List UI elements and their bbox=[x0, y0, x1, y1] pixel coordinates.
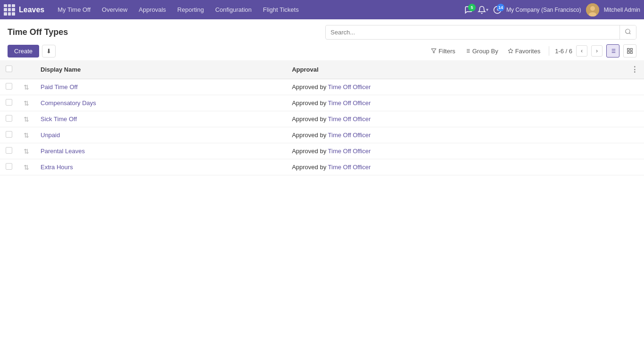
svg-marker-13 bbox=[508, 49, 513, 53]
header-approval[interactable]: Approval bbox=[286, 60, 625, 79]
table-container: Display Name Approval ⋮ ⇅ Paid Time Off … bbox=[0, 60, 644, 175]
group-by-label: Group By bbox=[472, 48, 498, 55]
messages-button[interactable]: 5 bbox=[464, 6, 473, 14]
column-options-icon[interactable]: ⋮ bbox=[631, 66, 638, 74]
svg-rect-22 bbox=[630, 51, 632, 53]
row-checkbox-0[interactable] bbox=[6, 83, 12, 90]
company-name: My Company (San Francisco) bbox=[506, 7, 581, 13]
row-name-5: Extra Hours bbox=[35, 159, 286, 175]
drag-icon: ⇅ bbox=[24, 148, 29, 155]
svg-rect-20 bbox=[627, 49, 629, 50]
notifications-button[interactable]: ▾ bbox=[478, 6, 488, 14]
drag-icon: ⇅ bbox=[24, 99, 29, 107]
svg-point-2 bbox=[590, 6, 595, 11]
row-drag-handle[interactable]: ⇅ bbox=[18, 79, 35, 95]
row-name-3: Unpaid bbox=[35, 127, 286, 143]
search-container bbox=[325, 25, 636, 40]
drag-icon: ⇅ bbox=[24, 115, 29, 123]
drag-icon: ⇅ bbox=[24, 132, 29, 139]
app-brand: Leaves bbox=[19, 6, 44, 14]
row-drag-handle[interactable]: ⇅ bbox=[18, 143, 35, 159]
time-off-types-table: Display Name Approval ⋮ ⇅ Paid Time Off … bbox=[0, 60, 644, 175]
row-drag-handle[interactable]: ⇅ bbox=[18, 127, 35, 143]
header-display-name[interactable]: Display Name bbox=[35, 60, 286, 79]
view-list-button[interactable] bbox=[606, 44, 619, 58]
officer-link-2[interactable]: Time Off Officer bbox=[328, 115, 371, 123]
row-name-link-5[interactable]: Extra Hours bbox=[41, 164, 73, 171]
row-checkbox-cell bbox=[0, 111, 18, 127]
favorites-button[interactable]: Favorites bbox=[505, 46, 543, 57]
row-name-2: Sick Time Off bbox=[35, 111, 286, 127]
header-drag-cell bbox=[18, 60, 35, 79]
user-name: Mitchell Admin bbox=[604, 7, 640, 13]
search-input[interactable] bbox=[326, 26, 619, 39]
row-checkbox-cell bbox=[0, 79, 18, 95]
officer-link-3[interactable]: Time Off Officer bbox=[328, 132, 371, 139]
topbar-right: 5 ▾ 14 My Company (San Francisco) Mitche… bbox=[464, 3, 640, 16]
row-approval-2: Approved by Time Off Officer bbox=[286, 111, 625, 127]
row-approval-5: Approved by Time Off Officer bbox=[286, 159, 625, 175]
svg-point-4 bbox=[626, 29, 630, 33]
user-avatar[interactable] bbox=[586, 3, 599, 16]
row-drag-handle[interactable]: ⇅ bbox=[18, 95, 35, 111]
row-drag-handle[interactable]: ⇅ bbox=[18, 111, 35, 127]
row-checkbox-1[interactable] bbox=[6, 99, 12, 106]
svg-rect-23 bbox=[627, 51, 629, 53]
row-more-4 bbox=[625, 143, 644, 159]
nav-flight-tickets[interactable]: Flight Tickets bbox=[257, 0, 305, 19]
download-icon: ⬇ bbox=[46, 48, 51, 55]
svg-marker-6 bbox=[431, 49, 436, 53]
pagination-info: 1-6 / 6 bbox=[555, 48, 572, 55]
filters-label: Filters bbox=[438, 48, 455, 55]
search-button[interactable] bbox=[619, 25, 636, 39]
row-more-2 bbox=[625, 111, 644, 127]
row-name-link-4[interactable]: Parental Leaves bbox=[41, 148, 85, 155]
activity-badge: 14 bbox=[497, 4, 504, 11]
row-name-link-1[interactable]: Compensatory Days bbox=[41, 99, 96, 107]
pagination-prev[interactable]: ‹ bbox=[576, 45, 587, 57]
row-checkbox-cell bbox=[0, 127, 18, 143]
row-name-link-0[interactable]: Paid Time Off bbox=[41, 83, 78, 90]
nav-approvals[interactable]: Approvals bbox=[133, 0, 172, 19]
page-title: Time Off Types bbox=[8, 27, 68, 37]
row-approval-0: Approved by Time Off Officer bbox=[286, 79, 625, 95]
header-actions: ⋮ bbox=[625, 60, 644, 79]
apps-menu-icon[interactable] bbox=[4, 4, 15, 16]
nav-my-time-off[interactable]: My Time Off bbox=[52, 0, 96, 19]
row-name-link-2[interactable]: Sick Time Off bbox=[41, 115, 77, 123]
row-checkbox-4[interactable] bbox=[6, 147, 12, 154]
row-drag-handle[interactable]: ⇅ bbox=[18, 159, 35, 175]
group-by-button[interactable]: Group By bbox=[462, 46, 501, 57]
header-checkbox-cell bbox=[0, 60, 18, 79]
nav-overview[interactable]: Overview bbox=[96, 0, 133, 19]
table-row: ⇅ Paid Time Off Approved by Time Off Off… bbox=[0, 79, 644, 95]
row-approval-3: Approved by Time Off Officer bbox=[286, 127, 625, 143]
officer-link-1[interactable]: Time Off Officer bbox=[328, 99, 371, 107]
officer-link-0[interactable]: Time Off Officer bbox=[328, 83, 371, 90]
select-all-checkbox[interactable] bbox=[6, 66, 12, 72]
table-row: ⇅ Parental Leaves Approved by Time Off O… bbox=[0, 143, 644, 159]
table-row: ⇅ Extra Hours Approved by Time Off Offic… bbox=[0, 159, 644, 175]
row-checkbox-cell bbox=[0, 95, 18, 111]
top-navigation: Leaves My Time Off Overview Approvals Re… bbox=[0, 0, 644, 19]
activity-button[interactable]: 14 bbox=[493, 6, 502, 14]
row-name-4: Parental Leaves bbox=[35, 143, 286, 159]
view-kanban-button[interactable] bbox=[623, 44, 636, 58]
download-button[interactable]: ⬇ bbox=[42, 45, 56, 58]
row-checkbox-cell bbox=[0, 143, 18, 159]
nav-reporting[interactable]: Reporting bbox=[172, 0, 209, 19]
row-checkbox-cell bbox=[0, 159, 18, 175]
row-checkbox-2[interactable] bbox=[6, 115, 12, 122]
table-header-row: Display Name Approval ⋮ bbox=[0, 60, 644, 79]
create-button[interactable]: Create bbox=[8, 45, 39, 58]
drag-icon: ⇅ bbox=[24, 164, 29, 171]
row-approval-4: Approved by Time Off Officer bbox=[286, 143, 625, 159]
officer-link-4[interactable]: Time Off Officer bbox=[328, 148, 371, 155]
nav-configuration[interactable]: Configuration bbox=[209, 0, 257, 19]
pagination-next[interactable]: › bbox=[591, 45, 603, 57]
row-name-link-3[interactable]: Unpaid bbox=[41, 132, 60, 139]
row-checkbox-5[interactable] bbox=[6, 163, 12, 170]
filters-button[interactable]: Filters bbox=[428, 46, 458, 57]
officer-link-5[interactable]: Time Off Officer bbox=[328, 164, 371, 171]
row-checkbox-3[interactable] bbox=[6, 131, 12, 138]
